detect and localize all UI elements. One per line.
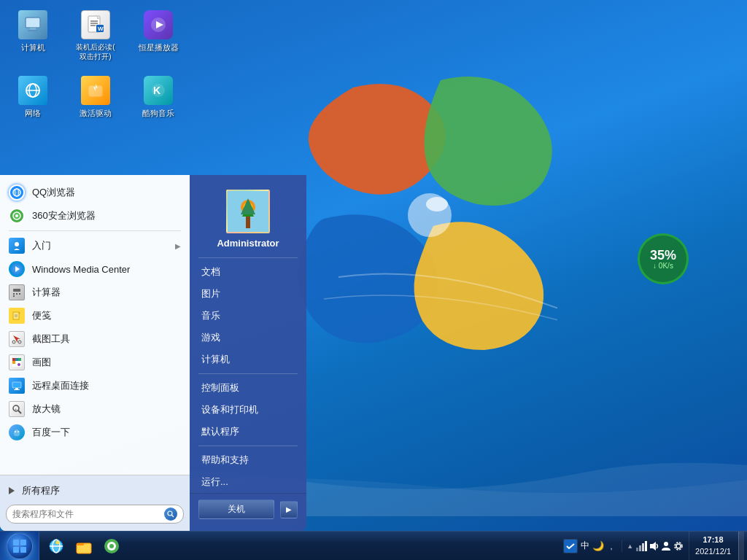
calculator-icon — [9, 284, 25, 300]
svg-rect-60 — [20, 547, 26, 553]
right-item-devices[interactable]: 设备和打印机 — [190, 399, 306, 421]
network-icon — [18, 76, 47, 105]
right-item-documents[interactable]: 文档 — [190, 261, 306, 283]
computer-icon — [18, 10, 47, 39]
start-button[interactable] — [0, 532, 39, 561]
svg-rect-27 — [16, 293, 18, 295]
right-item-run[interactable]: 运行... — [190, 471, 306, 493]
shutdown-row: 关机 ▶ — [190, 493, 306, 525]
svg-rect-36 — [12, 358, 15, 361]
right-item-games[interactable]: 游戏 — [190, 327, 306, 349]
menu-item-magnifier[interactable]: + 放大镜 — [0, 397, 190, 421]
network-status-icon — [635, 540, 647, 552]
menu-item-qq-browser[interactable]: QQ浏览器 — [0, 181, 190, 204]
user-header: Administrator — [190, 181, 306, 254]
menu-item-intro[interactable]: 入门 ▶ — [0, 234, 190, 257]
svg-point-69 — [109, 544, 114, 548]
search-input[interactable] — [12, 509, 161, 519]
paint-icon — [9, 354, 25, 370]
punctuation-icon[interactable]: , — [605, 540, 617, 552]
right-item-music[interactable]: 音乐 — [190, 305, 306, 327]
svg-point-33 — [12, 341, 15, 343]
taskbar-item-explorer[interactable] — [71, 534, 97, 559]
checkmark-icon — [564, 540, 577, 553]
svg-rect-4 — [28, 30, 38, 31]
svg-point-1 — [426, 197, 448, 211]
menu-item-baidu[interactable]: 百度一下 — [0, 421, 190, 444]
svg-point-49 — [168, 511, 172, 516]
desktop-icon-media[interactable]: 恒星播放器 — [133, 7, 184, 64]
tray-expand-button[interactable]: ▲ — [625, 542, 635, 550]
desktop-icon-doc[interactable]: W 装机后必读( 双击打开) — [70, 7, 121, 64]
shutdown-button[interactable]: 关机 — [198, 499, 274, 519]
taskbar-item-360[interactable] — [98, 534, 125, 559]
moon-icon[interactable]: 🌙 — [592, 540, 604, 552]
rdp-icon — [9, 378, 25, 394]
menu-item-rdp[interactable]: 远程桌面连接 — [0, 374, 190, 397]
right-item-help[interactable]: 帮助和支持 — [190, 449, 306, 471]
svg-rect-3 — [30, 28, 36, 30]
user-tray-icon[interactable] — [660, 540, 672, 552]
media-icon-label: 恒星播放器 — [139, 42, 179, 52]
clock-area[interactable]: 17:18 2021/12/1 — [689, 532, 737, 560]
svg-rect-28 — [19, 293, 20, 295]
svg-rect-2 — [26, 18, 40, 28]
menu-item-snipping[interactable]: 截图工具 — [0, 327, 190, 351]
windows-logo — [295, 58, 557, 365]
svg-rect-72 — [639, 545, 641, 551]
network-tray-icon[interactable] — [635, 540, 647, 552]
avatar-image — [228, 191, 268, 232]
ie-icon — [47, 537, 65, 555]
right-item-control-panel[interactable]: 控制面板 — [190, 377, 306, 399]
start-menu-right-panel: Administrator 文档 图片 音乐 游戏 计算机 控制面板 设备和打印… — [190, 175, 306, 531]
menu-item-calculator[interactable]: 计算器 — [0, 281, 190, 304]
intro-arrow: ▶ — [175, 242, 181, 250]
svg-line-50 — [172, 516, 174, 518]
intro-icon — [9, 238, 25, 254]
svg-point-76 — [664, 542, 668, 546]
search-icon — [167, 510, 174, 518]
gear-tray-icon[interactable] — [673, 540, 684, 552]
show-desktop-button[interactable] — [738, 532, 744, 560]
search-button[interactable] — [164, 508, 177, 521]
clock-time: 17:18 — [703, 534, 723, 545]
menu-item-stickynotes[interactable]: 便笺 — [0, 304, 190, 327]
svg-rect-59 — [13, 547, 19, 553]
intro-label: 入门 — [32, 239, 168, 252]
desktop-icon-activate[interactable]: 激活驱动 — [70, 73, 121, 121]
doc-icon-label: 装机后必读( 双击打开) — [76, 42, 115, 61]
taskbar-items — [39, 532, 557, 560]
all-programs-label: 所有程序 — [22, 484, 181, 497]
360-icon — [103, 537, 120, 555]
svg-rect-26 — [13, 293, 15, 295]
media-icon — [144, 10, 173, 39]
right-item-computer[interactable]: 计算机 — [190, 349, 306, 370]
svg-rect-38 — [18, 358, 21, 361]
menu-item-paint[interactable]: 画图 — [0, 351, 190, 374]
desktop: 计算机 W 装机后必读( 双击打开) — [0, 0, 747, 560]
wmc-icon — [9, 261, 25, 277]
network-icon-label: 网络 — [25, 108, 41, 118]
lang-button[interactable] — [563, 539, 578, 553]
taskbar-item-ie[interactable] — [43, 534, 69, 559]
right-item-pictures[interactable]: 图片 — [190, 283, 306, 305]
menu-item-360-browser[interactable]: 360安全浏览器 — [0, 204, 190, 228]
right-item-default-programs[interactable]: 默认程序 — [190, 421, 306, 443]
user-avatar[interactable] — [226, 190, 270, 233]
desktop-icon-network[interactable]: 网络 — [7, 73, 58, 121]
net-speed: ↓ 0K/s — [653, 262, 673, 270]
explorer-icon — [75, 537, 93, 555]
svg-text:+: + — [15, 407, 18, 411]
menu-item-wmc[interactable]: Windows Media Center — [0, 257, 190, 281]
shutdown-arrow-button[interactable]: ▶ — [280, 501, 298, 518]
desktop-icon-kugou[interactable]: K 酷狗音乐 — [133, 73, 184, 121]
settings-icon — [673, 540, 684, 552]
desktop-icon-row-2: 网络 激活驱动 K 酷 — [7, 73, 184, 121]
svg-point-48 — [18, 431, 19, 432]
all-programs-item[interactable]: 所有程序 — [0, 480, 190, 502]
user-name: Administrator — [217, 238, 279, 249]
volume-tray-icon[interactable] — [648, 540, 659, 552]
desktop-icon-row-1: 计算机 W 装机后必读( 双击打开) — [7, 7, 184, 64]
desktop-icon-computer[interactable]: 计算机 — [7, 7, 58, 64]
baidu-icon — [9, 424, 25, 440]
